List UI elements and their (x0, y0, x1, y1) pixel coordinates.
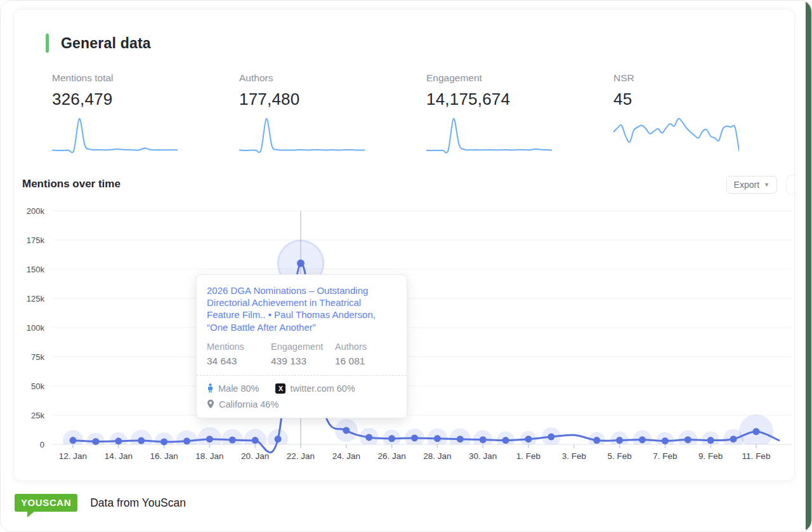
card-header: General data (46, 34, 151, 53)
chart-point[interactable] (684, 436, 691, 443)
chart-point[interactable] (160, 438, 167, 445)
dashboard-page: General data Mentions total326,479Author… (0, 0, 812, 532)
male-icon (207, 383, 214, 393)
chart-point[interactable] (730, 436, 737, 442)
chart-point[interactable] (297, 260, 304, 267)
chart-point[interactable] (115, 437, 122, 444)
chart-point[interactable] (547, 434, 554, 441)
svg-text:18. Jan: 18. Jan (195, 451, 223, 461)
svg-text:25k: 25k (31, 411, 44, 420)
chart-point[interactable] (411, 434, 418, 441)
stat-sparkline (52, 117, 178, 154)
tooltip-demo-text: twitter.com 60% (290, 383, 355, 394)
chart-point[interactable] (593, 437, 600, 444)
chart-point-halos (63, 241, 773, 452)
page-background-edge (806, 1, 811, 531)
stats-row: Mentions total326,479Authors177,480Engag… (52, 72, 801, 154)
svg-text:50k: 50k (31, 382, 44, 391)
export-button[interactable]: Export ▼ (726, 176, 777, 194)
chart-tooltip: 2026 DGA Nominations – Outstanding Direc… (196, 274, 407, 418)
x-twitter-icon: X (275, 383, 285, 394)
stat-card-mentions-total: Mentions total326,479 (52, 72, 239, 154)
svg-text:3. Feb: 3. Feb (562, 451, 586, 461)
chart-point[interactable] (502, 437, 509, 444)
chart-point[interactable] (434, 435, 441, 442)
tooltip-demo-row: California 46% (207, 399, 396, 409)
stat-label: Authors (239, 72, 426, 84)
chart-point[interactable] (662, 437, 669, 444)
chart-point[interactable] (388, 435, 395, 442)
chart-point[interactable] (616, 437, 623, 444)
footer-caption: Data from YouScan (90, 496, 186, 510)
svg-text:1. Feb: 1. Feb (516, 451, 540, 461)
svg-text:175k: 175k (27, 236, 45, 245)
tooltip-stat-mentions: Mentions34 643 (207, 342, 271, 367)
chart-gridlines: 025k50k75k100k125k150k175k200k (27, 206, 792, 449)
section-title: General data (61, 35, 151, 52)
chevron-down-icon: ▼ (764, 182, 769, 188)
chart-point[interactable] (525, 436, 532, 442)
svg-text:150k: 150k (27, 265, 45, 274)
footer: YOUSCAN Data from YouScan (15, 494, 186, 512)
svg-text:16. Jan: 16. Jan (150, 451, 178, 461)
partial-clipped-button[interactable] (786, 175, 794, 194)
chart-point[interactable] (365, 434, 372, 441)
tooltip-stat-value: 34 643 (207, 356, 271, 367)
chart-point[interactable] (138, 437, 145, 444)
tooltip-story-link[interactable]: 2026 DGA Nominations – Outstanding Direc… (207, 284, 396, 333)
chart-point[interactable] (70, 437, 77, 444)
svg-text:28. Jan: 28. Jan (423, 451, 451, 461)
mentions-over-time-chart[interactable]: 025k50k75k100k125k150k175k200k12. Jan14.… (14, 206, 796, 479)
chart-point[interactable] (343, 427, 350, 434)
chart-point[interactable] (275, 436, 282, 442)
tooltip-demo-item: Xtwitter.com 60% (275, 383, 355, 394)
stat-label: NSR (613, 72, 801, 84)
stat-value: 326,479 (52, 90, 239, 109)
chart-point[interactable] (252, 437, 259, 444)
tooltip-demo-item: California 46% (207, 399, 278, 409)
tooltip-stat-authors: Authors16 081 (335, 342, 367, 367)
tooltip-demo-text: Male 80% (218, 383, 259, 394)
svg-text:26. Jan: 26. Jan (377, 451, 405, 461)
stat-card-engagement: Engagement14,175,674 (426, 72, 613, 154)
chart-point[interactable] (480, 436, 487, 443)
chart-point[interactable] (229, 437, 236, 444)
chart-line (73, 263, 779, 453)
chart-point[interactable] (206, 436, 213, 442)
svg-text:125k: 125k (27, 294, 45, 303)
chart-point[interactable] (183, 437, 190, 444)
youscan-logo-text: YOUSCAN (21, 497, 71, 508)
chart-points[interactable] (70, 260, 760, 446)
tooltip-demo-row: Male 80%Xtwitter.com 60% (207, 383, 396, 394)
chart-title: Mentions over time (22, 175, 794, 190)
chart-header: Mentions over time Export ▼ (22, 175, 794, 197)
stat-label: Mentions total (52, 72, 239, 84)
stat-value: 177,480 (239, 90, 426, 109)
svg-text:100k: 100k (27, 323, 45, 333)
green-accent-bar (46, 34, 49, 53)
tooltip-stat-label: Authors (335, 342, 367, 352)
stat-card-authors: Authors177,480 (239, 72, 426, 154)
svg-text:7. Feb: 7. Feb (653, 451, 677, 461)
svg-text:24. Jan: 24. Jan (332, 451, 360, 461)
chart-point[interactable] (457, 436, 464, 442)
tooltip-stat-label: Engagement (271, 342, 335, 352)
svg-text:30. Jan: 30. Jan (469, 451, 497, 461)
tooltip-demo-text: California 46% (219, 399, 278, 409)
location-pin-icon (207, 399, 214, 409)
tooltip-stat-value: 439 133 (271, 356, 335, 367)
stat-label: Engagement (426, 72, 613, 84)
chart-point[interactable] (753, 428, 760, 435)
stat-sparkline (239, 117, 365, 154)
youscan-logo: YOUSCAN (15, 494, 77, 512)
svg-text:11. Feb: 11. Feb (742, 451, 771, 461)
svg-text:0: 0 (40, 440, 44, 449)
chart-x-axis: 12. Jan14. Jan16. Jan18. Jan20. Jan22. J… (59, 444, 771, 461)
chart-point[interactable] (639, 436, 646, 443)
svg-text:75k: 75k (31, 352, 44, 362)
svg-text:14. Jan: 14. Jan (105, 451, 133, 461)
chart-point[interactable] (92, 438, 99, 445)
chart-point[interactable] (707, 437, 714, 444)
tooltip-stat-label: Mentions (207, 342, 271, 352)
tooltip-stat-engagement: Engagement439 133 (271, 342, 335, 367)
